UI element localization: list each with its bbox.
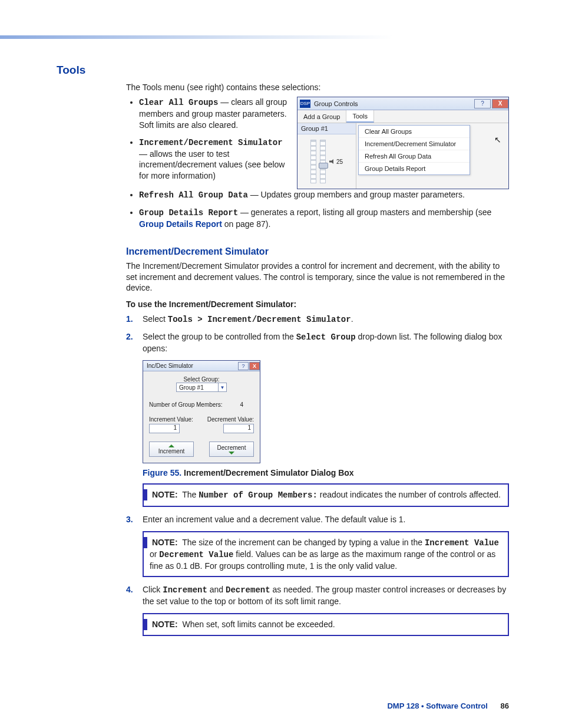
step-number: 3.: [126, 514, 133, 525]
window-title: Group Controls: [314, 100, 358, 107]
step3: Enter an increment value and a decrement…: [143, 515, 405, 524]
bullet-incdec-text: — allows the user to test increment/decr…: [139, 149, 285, 181]
group-details-link[interactable]: Group Details Report: [139, 219, 222, 229]
increment-value-input[interactable]: 1: [149, 424, 180, 433]
select-group-dropdown[interactable]: Group #1 ▼: [176, 383, 227, 392]
step-number: 1.: [126, 314, 133, 325]
step-number: 4.: [126, 584, 133, 595]
decrement-value-input[interactable]: 1: [223, 424, 254, 433]
page-footer: DMP 128 • Software Control 86: [387, 701, 509, 710]
arrow-up-icon: [168, 444, 174, 447]
increment-button[interactable]: Increment: [149, 442, 194, 457]
steps-list-cont2: 4. Click Increment and Decrement as need…: [126, 584, 509, 607]
intro-text: The Tools menu (see right) contains thes…: [126, 83, 509, 92]
menu-item-clear-all[interactable]: Clear All Groups: [359, 126, 470, 138]
menu-tools[interactable]: Tools: [346, 110, 374, 123]
page-number: 86: [501, 701, 509, 710]
sim-close-button[interactable]: X: [249, 362, 260, 370]
slider-value: 25: [336, 159, 343, 165]
note1-c: readout indicates the number of controls…: [318, 490, 501, 499]
step4-c: and: [207, 585, 226, 594]
menubar: Add a Group Tools: [297, 110, 508, 123]
sim-title: Inc/Dec Simulator: [147, 363, 193, 369]
menu-item-refresh[interactable]: Refresh All Group Data: [359, 150, 470, 163]
footer-text: DMP 128 • Software Control: [387, 701, 487, 710]
figure-number: Figure 55.: [143, 468, 181, 477]
increment-button-label: Increment: [158, 448, 184, 454]
group-slider[interactable]: 25: [297, 134, 356, 189]
step2-b: Select Group: [296, 332, 356, 342]
step1-b: Tools > Increment/Decrement Simulator: [168, 315, 351, 324]
decrement-button-label: Decrement: [217, 444, 246, 451]
bullet-refresh-text: — Updates group members and group master…: [248, 190, 465, 199]
top-gradient-rule: [0, 35, 562, 39]
increment-value-label: Increment Value:: [149, 416, 200, 423]
section-paragraph: The Increment/Decrement Simulator provid…: [126, 261, 509, 294]
note-label: NOTE:: [144, 619, 178, 630]
step4-a: Click: [143, 585, 163, 594]
note-box-2: NOTE: The size of the increment can be c…: [143, 531, 509, 578]
select-group-value: Group #1: [179, 384, 204, 391]
note3: When set, soft limits cannot be exceeded…: [180, 620, 335, 629]
note2-a: The size of the increment can be changed…: [180, 538, 425, 547]
note-box-1: NOTE: The Number of Group Members: reado…: [143, 483, 509, 507]
app-icon: DSP: [300, 100, 310, 108]
members-value: 4: [240, 401, 243, 408]
help-button[interactable]: ?: [474, 99, 491, 108]
sim-titlebar: Inc/Dec Simulator ? X: [143, 361, 260, 371]
note-box-3: NOTE: When set, soft limits cannot be ex…: [143, 613, 509, 636]
chevron-down-icon: ▼: [218, 383, 226, 391]
steps-list-cont: 3. Enter an increment value and a decrem…: [126, 514, 509, 525]
decrement-button[interactable]: Decrement: [209, 442, 254, 457]
group-controls-window: DSP Group Controls ? X Add a Group Tools…: [297, 97, 509, 189]
step1-a: Select: [143, 314, 168, 324]
bullet-report-text-b: on page 87).: [222, 219, 271, 229]
bullet-incdec-name: Increment/Decrement Simulator: [139, 138, 283, 147]
step4-d: Decrement: [226, 585, 270, 595]
note-label: NOTE:: [144, 489, 178, 500]
sim-help-button[interactable]: ?: [238, 362, 249, 370]
decrement-value-label: Decrement Value:: [203, 416, 254, 423]
step2-a: Select the group to be controlled from t…: [143, 332, 296, 341]
group-panel: Group #1 25: [297, 123, 356, 189]
incdec-simulator-window: Inc/Dec Simulator ? X Select Group: Grou…: [143, 360, 260, 463]
note1-a: The: [180, 490, 199, 499]
speaker-icon: [329, 159, 335, 164]
note1-b: Number of Group Members:: [199, 490, 318, 500]
group-label: Group #1: [297, 123, 356, 134]
arrow-down-icon: [229, 452, 234, 454]
step4-b: Increment: [163, 585, 207, 595]
bullet-refresh-name: Refresh All Group Data: [139, 190, 248, 200]
step1-c: .: [351, 314, 353, 324]
menu-item-report[interactable]: Group Details Report: [359, 163, 470, 174]
note2-c: or: [150, 549, 159, 559]
note2-b: Increment Value: [425, 538, 499, 548]
bullet-clear-all-name: Clear All Groups: [139, 98, 218, 107]
note2-d: Decrement Value: [159, 550, 233, 559]
step-number: 2.: [126, 331, 133, 342]
members-label: Number of Group Members:: [149, 401, 223, 408]
howto-lead: To use the Increment/Decrement Simulator…: [126, 299, 509, 309]
note-label: NOTE:: [144, 537, 178, 548]
steps-list: 1. Select Tools > Increment/Decrement Si…: [126, 314, 509, 354]
window-titlebar: DSP Group Controls ? X: [297, 97, 508, 110]
menu-add-group[interactable]: Add a Group: [297, 110, 346, 123]
page-title: Tools: [57, 64, 509, 77]
menu-item-inc-dec-sim[interactable]: Increment/Decrement Simulator: [359, 138, 470, 150]
tools-dropdown: Clear All Groups Increment/Decrement Sim…: [358, 125, 470, 175]
figure-caption: Figure 55. Increment/Decrement Simulator…: [143, 468, 509, 477]
close-button[interactable]: X: [492, 99, 508, 108]
select-group-label: Select Group:: [149, 376, 254, 383]
section-heading: Increment/Decrement Simulator: [126, 246, 509, 257]
figure-caption-text: Increment/Decrement Simulator Dialog Box: [181, 468, 354, 477]
bullet-report-name: Group Details Report: [139, 208, 238, 218]
cursor-icon: ↖: [494, 135, 501, 144]
bullet-report-text-a: — generates a report, listing all group …: [238, 207, 491, 217]
